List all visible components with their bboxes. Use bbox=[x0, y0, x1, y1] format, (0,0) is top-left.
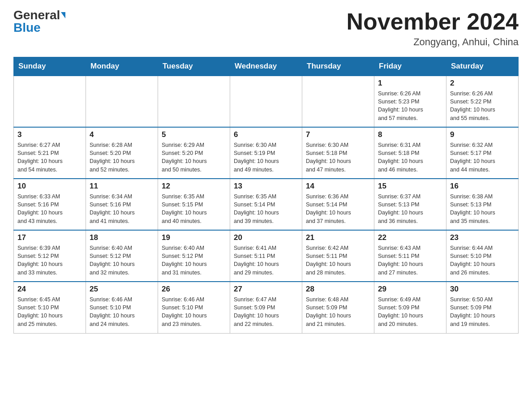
day-number: 10 bbox=[17, 182, 82, 191]
calendar-cell: 19Sunrise: 6:40 AMSunset: 5:12 PMDayligh… bbox=[158, 230, 230, 282]
day-info: Sunrise: 6:50 AMSunset: 5:09 PMDaylight:… bbox=[450, 295, 515, 328]
calendar-cell: 10Sunrise: 6:33 AMSunset: 5:16 PMDayligh… bbox=[14, 179, 86, 230]
calendar-table: SundayMondayTuesdayWednesdayThursdayFrid… bbox=[13, 57, 519, 334]
day-number: 9 bbox=[450, 130, 515, 139]
day-number: 16 bbox=[450, 182, 515, 191]
calendar-cell: 18Sunrise: 6:40 AMSunset: 5:12 PMDayligh… bbox=[86, 230, 158, 282]
calendar-header-row: SundayMondayTuesdayWednesdayThursdayFrid… bbox=[14, 57, 519, 76]
day-info: Sunrise: 6:42 AMSunset: 5:11 PMDaylight:… bbox=[306, 244, 370, 277]
calendar-cell: 12Sunrise: 6:35 AMSunset: 5:15 PMDayligh… bbox=[158, 179, 230, 230]
day-number: 2 bbox=[450, 79, 515, 88]
calendar-cell: 1Sunrise: 6:26 AMSunset: 5:23 PMDaylight… bbox=[374, 76, 446, 127]
calendar-cell: 11Sunrise: 6:34 AMSunset: 5:16 PMDayligh… bbox=[86, 179, 158, 230]
calendar-cell: 23Sunrise: 6:44 AMSunset: 5:10 PMDayligh… bbox=[446, 230, 519, 282]
week-row-1: 1Sunrise: 6:26 AMSunset: 5:23 PMDaylight… bbox=[14, 76, 519, 127]
calendar-cell bbox=[302, 76, 374, 127]
calendar-cell: 8Sunrise: 6:31 AMSunset: 5:18 PMDaylight… bbox=[374, 127, 446, 179]
day-info: Sunrise: 6:36 AMSunset: 5:14 PMDaylight:… bbox=[306, 193, 370, 225]
logo-triangle-icon bbox=[61, 12, 65, 18]
day-info: Sunrise: 6:34 AMSunset: 5:16 PMDaylight:… bbox=[90, 193, 154, 225]
day-info: Sunrise: 6:40 AMSunset: 5:12 PMDaylight:… bbox=[90, 244, 154, 277]
day-number: 18 bbox=[90, 233, 154, 242]
calendar-cell: 2Sunrise: 6:26 AMSunset: 5:22 PMDaylight… bbox=[446, 76, 519, 127]
day-info: Sunrise: 6:38 AMSunset: 5:13 PMDaylight:… bbox=[450, 193, 515, 225]
day-number: 15 bbox=[378, 182, 442, 191]
calendar-cell: 15Sunrise: 6:37 AMSunset: 5:13 PMDayligh… bbox=[374, 179, 446, 230]
weekday-header-tuesday: Tuesday bbox=[158, 57, 230, 76]
weekday-header-saturday: Saturday bbox=[446, 57, 519, 76]
calendar-cell: 24Sunrise: 6:45 AMSunset: 5:10 PMDayligh… bbox=[14, 282, 86, 333]
day-info: Sunrise: 6:46 AMSunset: 5:10 PMDaylight:… bbox=[90, 295, 154, 328]
day-number: 4 bbox=[90, 130, 154, 139]
day-number: 11 bbox=[90, 182, 154, 191]
day-info: Sunrise: 6:41 AMSunset: 5:11 PMDaylight:… bbox=[234, 244, 298, 277]
day-number: 30 bbox=[450, 285, 515, 294]
day-number: 24 bbox=[17, 285, 82, 294]
day-number: 26 bbox=[162, 285, 226, 294]
day-number: 29 bbox=[378, 285, 442, 294]
day-info: Sunrise: 6:49 AMSunset: 5:09 PMDaylight:… bbox=[378, 295, 442, 328]
day-info: Sunrise: 6:48 AMSunset: 5:09 PMDaylight:… bbox=[306, 295, 370, 328]
calendar-cell bbox=[86, 76, 158, 127]
day-info: Sunrise: 6:46 AMSunset: 5:10 PMDaylight:… bbox=[162, 295, 226, 328]
day-info: Sunrise: 6:30 AMSunset: 5:19 PMDaylight:… bbox=[234, 141, 298, 174]
month-title: November 2024 bbox=[347, 9, 519, 34]
calendar-cell bbox=[158, 76, 230, 127]
logo-general-text: General bbox=[13, 9, 60, 21]
day-number: 21 bbox=[306, 233, 370, 242]
calendar-cell bbox=[230, 76, 302, 127]
day-number: 8 bbox=[378, 130, 442, 139]
calendar-cell: 29Sunrise: 6:49 AMSunset: 5:09 PMDayligh… bbox=[374, 282, 446, 333]
page-header: General Blue November 2024 Zongyang, Anh… bbox=[13, 9, 519, 48]
calendar-cell: 20Sunrise: 6:41 AMSunset: 5:11 PMDayligh… bbox=[230, 230, 302, 282]
calendar-cell bbox=[14, 76, 86, 127]
day-info: Sunrise: 6:26 AMSunset: 5:23 PMDaylight:… bbox=[378, 90, 442, 122]
calendar-cell: 21Sunrise: 6:42 AMSunset: 5:11 PMDayligh… bbox=[302, 230, 374, 282]
calendar-cell: 27Sunrise: 6:47 AMSunset: 5:09 PMDayligh… bbox=[230, 282, 302, 333]
weekday-header-sunday: Sunday bbox=[14, 57, 86, 76]
day-info: Sunrise: 6:26 AMSunset: 5:22 PMDaylight:… bbox=[450, 90, 515, 122]
day-number: 5 bbox=[162, 130, 226, 139]
day-info: Sunrise: 6:45 AMSunset: 5:10 PMDaylight:… bbox=[17, 295, 82, 328]
logo: General Blue bbox=[13, 9, 65, 34]
day-info: Sunrise: 6:47 AMSunset: 5:09 PMDaylight:… bbox=[234, 295, 298, 328]
day-info: Sunrise: 6:29 AMSunset: 5:20 PMDaylight:… bbox=[162, 141, 226, 174]
calendar-cell: 14Sunrise: 6:36 AMSunset: 5:14 PMDayligh… bbox=[302, 179, 374, 230]
day-number: 17 bbox=[17, 233, 82, 242]
day-info: Sunrise: 6:40 AMSunset: 5:12 PMDaylight:… bbox=[162, 244, 226, 277]
day-info: Sunrise: 6:28 AMSunset: 5:20 PMDaylight:… bbox=[90, 141, 154, 174]
day-info: Sunrise: 6:35 AMSunset: 5:15 PMDaylight:… bbox=[162, 193, 226, 225]
day-number: 1 bbox=[378, 79, 442, 88]
day-number: 13 bbox=[234, 182, 298, 191]
calendar-cell: 9Sunrise: 6:32 AMSunset: 5:17 PMDaylight… bbox=[446, 127, 519, 179]
day-info: Sunrise: 6:37 AMSunset: 5:13 PMDaylight:… bbox=[378, 193, 442, 225]
calendar-cell: 3Sunrise: 6:27 AMSunset: 5:21 PMDaylight… bbox=[14, 127, 86, 179]
day-info: Sunrise: 6:27 AMSunset: 5:21 PMDaylight:… bbox=[17, 141, 82, 174]
day-info: Sunrise: 6:33 AMSunset: 5:16 PMDaylight:… bbox=[17, 193, 82, 225]
calendar-cell: 5Sunrise: 6:29 AMSunset: 5:20 PMDaylight… bbox=[158, 127, 230, 179]
weekday-header-friday: Friday bbox=[374, 57, 446, 76]
day-info: Sunrise: 6:35 AMSunset: 5:14 PMDaylight:… bbox=[234, 193, 298, 225]
day-number: 14 bbox=[306, 182, 370, 191]
day-number: 7 bbox=[306, 130, 370, 139]
day-number: 6 bbox=[234, 130, 298, 139]
week-row-5: 24Sunrise: 6:45 AMSunset: 5:10 PMDayligh… bbox=[14, 282, 519, 333]
calendar-cell: 17Sunrise: 6:39 AMSunset: 5:12 PMDayligh… bbox=[14, 230, 86, 282]
calendar-cell: 13Sunrise: 6:35 AMSunset: 5:14 PMDayligh… bbox=[230, 179, 302, 230]
day-info: Sunrise: 6:32 AMSunset: 5:17 PMDaylight:… bbox=[450, 141, 515, 174]
week-row-2: 3Sunrise: 6:27 AMSunset: 5:21 PMDaylight… bbox=[14, 127, 519, 179]
weekday-header-thursday: Thursday bbox=[302, 57, 374, 76]
calendar-cell: 16Sunrise: 6:38 AMSunset: 5:13 PMDayligh… bbox=[446, 179, 519, 230]
location-text: Zongyang, Anhui, China bbox=[347, 36, 519, 48]
day-info: Sunrise: 6:31 AMSunset: 5:18 PMDaylight:… bbox=[378, 141, 442, 174]
day-number: 19 bbox=[162, 233, 226, 242]
day-number: 22 bbox=[378, 233, 442, 242]
day-number: 20 bbox=[234, 233, 298, 242]
day-info: Sunrise: 6:30 AMSunset: 5:18 PMDaylight:… bbox=[306, 141, 370, 174]
weekday-header-wednesday: Wednesday bbox=[230, 57, 302, 76]
calendar-cell: 22Sunrise: 6:43 AMSunset: 5:11 PMDayligh… bbox=[374, 230, 446, 282]
calendar-cell: 25Sunrise: 6:46 AMSunset: 5:10 PMDayligh… bbox=[86, 282, 158, 333]
day-info: Sunrise: 6:44 AMSunset: 5:10 PMDaylight:… bbox=[450, 244, 515, 277]
logo-blue-text: Blue bbox=[13, 21, 41, 34]
calendar-cell: 6Sunrise: 6:30 AMSunset: 5:19 PMDaylight… bbox=[230, 127, 302, 179]
